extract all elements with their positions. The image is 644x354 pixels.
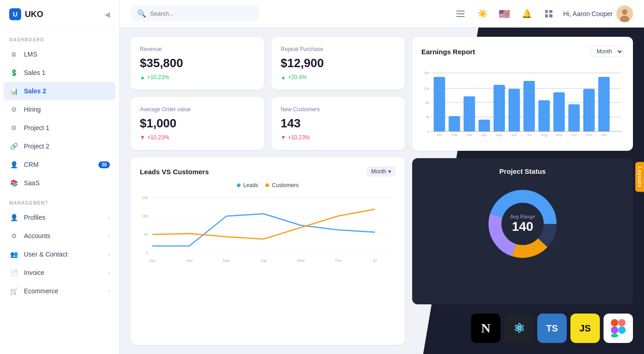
svg-text:Fri: Fri — [373, 258, 377, 263]
sidebar-item-label: User & Contact — [24, 251, 103, 258]
legend-leads: Leads — [237, 182, 259, 188]
svg-rect-5 — [545, 14, 548, 17]
apps-grid-icon[interactable] — [541, 6, 556, 21]
sales1-icon: 💲 — [9, 68, 18, 77]
legend-dot-customers — [265, 183, 269, 187]
sidebar-item-lms[interactable]: 🖥 LMS — [0, 45, 119, 63]
svg-rect-38 — [478, 120, 490, 131]
notification-icon[interactable]: 🔔 — [519, 6, 534, 21]
svg-text:8k: 8k — [426, 101, 429, 105]
svg-text:Tue: Tue — [260, 258, 267, 263]
svg-rect-6 — [549, 14, 552, 17]
dashboard-section-label: DASHBOARD — [0, 29, 119, 45]
sidebar-item-hiring[interactable]: ⚙ Hiring — [0, 100, 119, 119]
donut-avg-value: 140 — [510, 219, 535, 234]
leads-chart-header: Leads VS Customers Month ▾ — [140, 166, 396, 177]
svg-rect-4 — [549, 10, 552, 13]
user-profile-button[interactable]: Hi, Aaron Cooper — [564, 6, 633, 22]
sidebar-item-label: CRM — [24, 161, 93, 168]
project2-icon: 🔗 — [9, 142, 18, 151]
sidebar-item-label: Ecommerce — [24, 287, 103, 295]
sidebar-item-label: SaaS — [24, 179, 110, 187]
sidebar-item-saas[interactable]: 📚 SaaS — [0, 174, 119, 192]
search-input[interactable] — [150, 10, 253, 17]
legend-dot-leads — [237, 183, 241, 187]
sidebar-item-profiles[interactable]: 👤 Profiles › — [0, 208, 119, 227]
chevron-right-icon: › — [108, 233, 110, 239]
stat-value: $1,000 — [140, 116, 255, 131]
figma-logo — [604, 314, 633, 343]
donut-avg-label: Avg Range — [510, 214, 535, 219]
svg-rect-37 — [464, 96, 475, 131]
earnings-title: Earnings Report — [421, 48, 475, 56]
menu-icon[interactable] — [453, 6, 468, 21]
svg-text:150: 150 — [142, 195, 148, 200]
stat-value: $35,800 — [140, 56, 255, 70]
tech-logos-row: N ⚛ TS JS — [412, 312, 633, 345]
svg-rect-46 — [598, 77, 610, 131]
sidebar-item-label: Project 1 — [24, 124, 110, 131]
saas-icon: 📚 — [9, 178, 18, 188]
svg-rect-0 — [456, 11, 465, 11]
sidebar-item-project1[interactable]: ⚙ Project 1 — [0, 119, 119, 137]
svg-text:Jul: Jul — [527, 133, 531, 137]
chevron-right-icon: › — [108, 251, 110, 257]
svg-text:Mar: Mar — [466, 133, 473, 137]
sidebar-item-invoice[interactable]: 📄 Invoice › — [0, 263, 119, 282]
stat-card-revenue: Revenue $35,800 ▲+10.23% — [131, 37, 264, 90]
svg-text:Wed: Wed — [297, 258, 305, 263]
svg-rect-45 — [583, 89, 595, 131]
stat-label: Revenue — [140, 46, 255, 52]
typescript-logo: TS — [537, 314, 567, 343]
svg-text:4k: 4k — [426, 115, 429, 119]
earnings-card: Earnings Report Month 0 4k 8k 11k 15k — [412, 37, 633, 151]
sidebar-section-dashboard: DASHBOARD 🖥 LMS 💲 Sales 1 📊 Sales 2 ⚙ Hi… — [0, 29, 119, 192]
language-flag-icon[interactable]: 🇺🇸 — [497, 6, 512, 21]
sidebar-item-accounts[interactable]: ⚙ Accounts › — [0, 227, 119, 245]
sidebar-item-ecommerce[interactable]: 🛒 Ecommerce › — [0, 282, 119, 300]
stat-change: ▼+10.23% — [140, 134, 255, 141]
sidebar-item-user-contact[interactable]: 👥 User & Contact › — [0, 245, 119, 263]
search-icon: 🔍 — [137, 9, 146, 18]
svg-rect-40 — [508, 89, 520, 131]
leads-month-filter[interactable]: Month ▾ — [367, 166, 396, 177]
javascript-logo: JS — [570, 314, 600, 343]
avatar — [616, 6, 633, 22]
svg-text:50: 50 — [144, 232, 148, 237]
leads-chart-title: Leads VS Customers — [140, 168, 209, 176]
sidebar-item-label: Profiles — [24, 214, 103, 221]
svg-rect-39 — [494, 85, 505, 131]
earnings-month-select[interactable]: Month — [591, 46, 624, 57]
svg-text:15k: 15k — [424, 71, 429, 75]
svg-rect-3 — [545, 10, 548, 13]
layouts-button[interactable]: Layouts — [635, 162, 644, 192]
stat-value: 143 — [281, 116, 396, 131]
sidebar-item-label: Project 2 — [24, 143, 110, 150]
sidebar-item-sales2[interactable]: 📊 Sales 2 — [4, 82, 115, 100]
leads-chart-card: Leads VS Customers Month ▾ Leads Custome… — [131, 157, 405, 345]
sidebar-item-sales1[interactable]: 💲 Sales 1 — [0, 63, 119, 82]
svg-rect-65 — [611, 326, 618, 334]
legend-label-leads: Leads — [243, 182, 259, 188]
project-status-title: Project Status — [421, 167, 624, 175]
chevron-right-icon: › — [108, 215, 110, 220]
sidebar-item-label: LMS — [24, 51, 110, 58]
earnings-header: Earnings Report Month — [421, 46, 624, 57]
logo-icon: U — [9, 8, 21, 20]
content-grid: Revenue $35,800 ▲+10.23% Repeat Purchase… — [131, 37, 633, 345]
sidebar-item-project2[interactable]: 🔗 Project 2 — [0, 137, 119, 155]
stat-value: $12,900 — [281, 56, 396, 70]
project1-icon: ⚙ — [9, 123, 18, 132]
search-box[interactable]: 🔍 — [131, 6, 259, 22]
project-status-donut: Avg Range 140 — [421, 183, 624, 265]
ecommerce-icon: 🛒 — [9, 286, 18, 296]
sidebar-item-crm[interactable]: 👤 CRM 30 — [0, 155, 119, 174]
theme-toggle-icon[interactable]: ☀️ — [475, 6, 490, 21]
svg-rect-1 — [456, 13, 465, 14]
sidebar: U UKO ◀ DASHBOARD 🖥 LMS 💲 Sales 1 📊 Sale… — [0, 0, 120, 354]
collapse-button[interactable]: ◀ — [104, 10, 110, 19]
crm-badge: 30 — [98, 161, 110, 168]
user-contact-icon: 👥 — [9, 250, 18, 259]
svg-text:0: 0 — [146, 251, 148, 256]
svg-text:Sep: Sep — [556, 133, 563, 137]
